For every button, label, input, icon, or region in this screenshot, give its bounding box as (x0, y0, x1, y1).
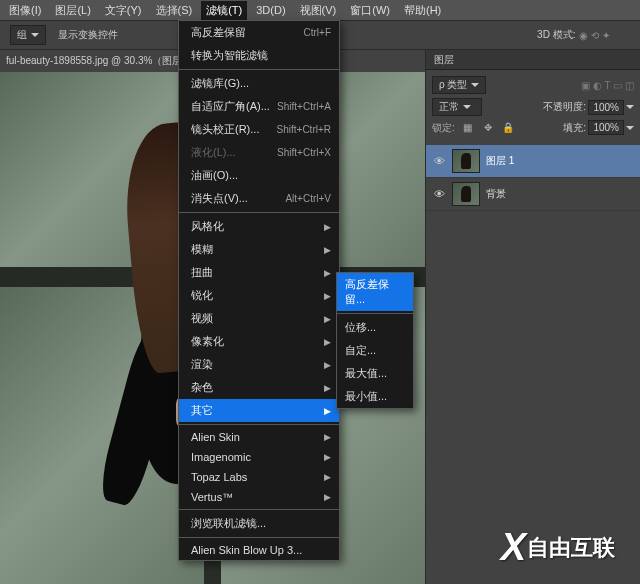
menu-帮助[interactable]: 帮助(H) (399, 1, 446, 20)
submenu-item[interactable]: 最大值... (337, 362, 413, 385)
lock-label: 锁定: (432, 121, 455, 135)
opacity-label: 不透明度: (543, 100, 586, 114)
right-panels: 图层 ρ 类型 ▣ ◐ T ▭ ◫ 正常 不透明度: 100% 锁定: ▦ ✥ … (425, 50, 640, 584)
watermark-text: 自由互联 (527, 533, 615, 563)
layer-filter-icons[interactable]: ▣ ◐ T ▭ ◫ (581, 80, 634, 91)
menu-item[interactable]: 镜头校正(R)...Shift+Ctrl+R (179, 118, 339, 141)
submenu-item[interactable]: 高反差保留... (337, 273, 413, 311)
menu-视图[interactable]: 视图(V) (295, 1, 342, 20)
submenu-item[interactable]: 位移... (337, 316, 413, 339)
menu-item[interactable]: 模糊▶ (179, 238, 339, 261)
menu-item[interactable]: Alien Skin▶ (179, 427, 339, 447)
transform-controls-toggle[interactable]: 显示变换控件 (58, 28, 118, 42)
group-selector[interactable]: 组 (10, 25, 46, 45)
menu-item[interactable]: 液化(L)...Shift+Ctrl+X (179, 141, 339, 164)
layers-list: 👁图层 1👁背景 (426, 145, 640, 211)
layers-panel-tab[interactable]: 图层 (426, 50, 640, 70)
menu-item[interactable]: 自适应广角(A)...Shift+Ctrl+A (179, 95, 339, 118)
menu-item[interactable]: Vertus™▶ (179, 487, 339, 507)
menu-item[interactable]: 扭曲▶ (179, 261, 339, 284)
layer-thumbnail[interactable] (452, 149, 480, 173)
menu-item[interactable]: 滤镜库(G)... (179, 72, 339, 95)
menu-item[interactable]: 像素化▶ (179, 330, 339, 353)
layer-row[interactable]: 👁图层 1 (426, 145, 640, 178)
menu-item[interactable]: 油画(O)... (179, 164, 339, 187)
menu-图层[interactable]: 图层(L) (50, 1, 95, 20)
menu-item[interactable]: 杂色▶ (179, 376, 339, 399)
watermark: X 自由互联 (501, 526, 615, 569)
menu-item[interactable]: Alien Skin Blow Up 3... (179, 540, 339, 560)
menu-item[interactable]: 渲染▶ (179, 353, 339, 376)
menu-3d[interactable]: 3D(D) (251, 2, 290, 18)
menu-item[interactable]: 锐化▶ (179, 284, 339, 307)
visibility-eye-icon[interactable]: 👁 (432, 188, 446, 200)
blend-mode-select[interactable]: 正常 (432, 98, 482, 116)
fill-value[interactable]: 100% (588, 120, 624, 135)
menu-item[interactable]: 浏览联机滤镜... (179, 512, 339, 535)
menu-item[interactable]: 消失点(V)...Alt+Ctrl+V (179, 187, 339, 210)
menu-选择[interactable]: 选择(S) (151, 1, 198, 20)
menu-item[interactable]: 高反差保留Ctrl+F (179, 21, 339, 44)
layer-filter-kind[interactable]: ρ 类型 (432, 76, 486, 94)
menu-文字[interactable]: 文字(Y) (100, 1, 147, 20)
chevron-down-icon (31, 33, 39, 37)
document-tab[interactable]: ful-beauty-1898558.jpg @ 30.3%（图层 1... (6, 54, 199, 68)
menu-滤镜[interactable]: 滤镜(T) (201, 1, 247, 20)
submenu-item[interactable]: 自定... (337, 339, 413, 362)
menu-窗口[interactable]: 窗口(W) (345, 1, 395, 20)
watermark-logo-icon: X (501, 526, 523, 569)
menu-item[interactable]: Imagenomic▶ (179, 447, 339, 467)
lock-position-icon[interactable]: ✥ (481, 121, 495, 135)
layer-name[interactable]: 背景 (486, 187, 506, 201)
menu-item[interactable]: 视频▶ (179, 307, 339, 330)
visibility-eye-icon[interactable]: 👁 (432, 155, 446, 167)
menu-bar: 图像(I)图层(L)文字(Y)选择(S)滤镜(T)3D(D)视图(V)窗口(W)… (0, 0, 640, 20)
lock-all-icon[interactable]: 🔒 (501, 121, 515, 135)
layer-name[interactable]: 图层 1 (486, 154, 514, 168)
menu-图像[interactable]: 图像(I) (4, 1, 46, 20)
layer-thumbnail[interactable] (452, 182, 480, 206)
lock-pixels-icon[interactable]: ▦ (461, 121, 475, 135)
menu-item[interactable]: 转换为智能滤镜 (179, 44, 339, 67)
menu-item[interactable]: 风格化▶ (179, 215, 339, 238)
fill-label: 填充: (563, 121, 586, 135)
mode-icon[interactable]: ◉ ⟲ ✦ (579, 30, 610, 41)
menu-item[interactable]: Topaz Labs▶ (179, 467, 339, 487)
menu-item[interactable]: 其它▶ (179, 399, 339, 422)
filter-submenu-other: 高反差保留...位移...自定...最大值...最小值... (336, 272, 414, 409)
submenu-item[interactable]: 最小值... (337, 385, 413, 408)
mode-label: 3D 模式: (537, 28, 575, 42)
opacity-value[interactable]: 100% (588, 100, 624, 115)
filter-menu: 高反差保留Ctrl+F转换为智能滤镜滤镜库(G)...自适应广角(A)...Sh… (178, 20, 340, 561)
layer-row[interactable]: 👁背景 (426, 178, 640, 211)
